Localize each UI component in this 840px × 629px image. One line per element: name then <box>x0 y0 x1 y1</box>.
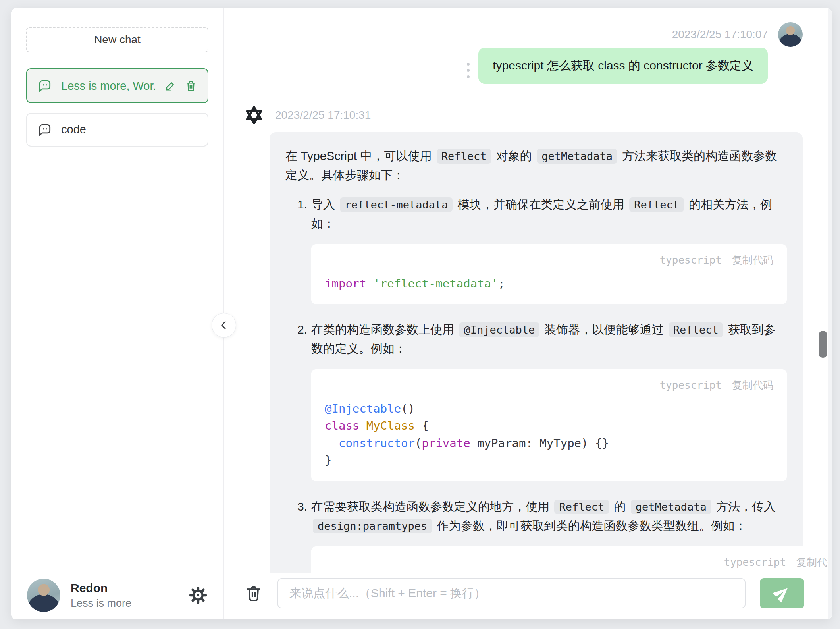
rich-text: 在 TypeScript 中，可以使用 Reflect 对象的 getMetad… <box>285 147 787 185</box>
app-window: New chat Less is more, Wor... <box>11 8 832 619</box>
text-segment: 在类的构造函数参数上使用 <box>311 323 457 336</box>
new-chat-button[interactable]: New chat <box>26 27 208 52</box>
inline-code: design:paramtypes <box>313 519 432 533</box>
text-segment: 作为参数，即可获取到类的构造函数参数类型数组。例如： <box>433 519 746 532</box>
message-timestamp: 2023/2/25 17:10:07 <box>672 28 768 41</box>
sidebar-item-chat-2[interactable]: code <box>26 113 208 147</box>
list-item: 2.在类的构造函数参数上使用 @Injectable 装饰器，以便能够通过 Re… <box>297 320 787 487</box>
code-line: } <box>325 452 773 469</box>
code-line: constructor(private myParam: MyType) {} <box>325 435 773 452</box>
assistant-message: 2023/2/25 17:10:31 在 TypeScript 中，可以使用 R… <box>242 103 803 619</box>
text-segment: 导入 <box>311 198 338 211</box>
code-language-label: typescript <box>659 377 722 394</box>
inline-code: getMetadata <box>631 500 711 514</box>
list-item: 1.导入 reflect-metadata 模块，并确保在类定义之前使用 Ref… <box>297 195 787 310</box>
sidebar: New chat Less is more, Wor... <box>11 8 224 619</box>
text-segment: 的 <box>611 500 629 513</box>
copy-code-button[interactable]: 复制代码 <box>796 554 832 571</box>
code-line: class MyClass { <box>325 417 773 435</box>
text-segment: 对象的 <box>493 149 536 162</box>
message-timestamp: 2023/2/25 17:10:31 <box>275 109 371 122</box>
openai-logo-icon <box>242 103 266 127</box>
sidebar-user-panel: Redon Less is more <box>11 573 223 619</box>
message-menu-button[interactable] <box>467 63 470 78</box>
chat-title: Less is more, Wor... <box>61 79 155 93</box>
assistant-message-bubble: 在 TypeScript 中，可以使用 Reflect 对象的 getMetad… <box>270 132 803 619</box>
rich-text: 导入 reflect-metadata 模块，并确保在类定义之前使用 Refle… <box>311 195 787 233</box>
copy-code-button[interactable]: 复制代码 <box>732 377 773 394</box>
code-block-header: typescript复制代码 <box>325 377 773 394</box>
chat-bubble-icon <box>37 122 52 137</box>
edit-chat-icon[interactable] <box>164 79 177 92</box>
copy-code-button[interactable]: 复制代码 <box>732 252 773 269</box>
chevron-left-icon <box>219 320 229 330</box>
user-avatar <box>778 22 803 47</box>
message-input[interactable] <box>277 578 746 608</box>
inline-code: Reflect <box>554 500 609 514</box>
inline-code: Reflect <box>629 197 684 212</box>
settings-button[interactable] <box>189 586 208 605</box>
chat-bubble-icon <box>37 78 52 93</box>
gear-icon <box>189 586 208 605</box>
trash-icon <box>244 584 263 603</box>
sidebar-item-chat-1[interactable]: Less is more, Wor... <box>26 68 208 103</box>
code-line: @Injectable() <box>325 400 773 418</box>
text-segment: 在 TypeScript 中，可以使用 <box>285 149 435 162</box>
rich-text: 在类的构造函数参数上使用 @Injectable 装饰器，以便能够通过 Refl… <box>311 320 787 358</box>
inline-code: @Injectable <box>459 322 539 337</box>
text-segment: 在需要获取类构造函数参数定义的地方，使用 <box>311 500 553 513</box>
text-segment: 模块，并确保在类定义之前使用 <box>454 198 628 211</box>
inline-code: getMetadata <box>537 149 617 164</box>
code-content: import 'reflect-metadata'; <box>325 275 773 293</box>
paper-plane-icon <box>770 581 794 605</box>
code-line: import 'reflect-metadata'; <box>325 275 773 293</box>
user-name: Redon <box>71 581 131 595</box>
user-message: 2023/2/25 17:10:07 typescript 怎么获取 class… <box>242 22 803 84</box>
text-segment: 装饰器，以便能够通过 <box>541 323 667 336</box>
user-avatar <box>27 579 60 612</box>
inline-code: reflect-metadata <box>340 197 453 212</box>
chat-title: code <box>61 123 197 136</box>
paragraph: 在 TypeScript 中，可以使用 Reflect 对象的 getMetad… <box>285 147 787 185</box>
scrollbar-thumb[interactable] <box>819 331 827 358</box>
code-block: typescript复制代码import 'reflect-metadata'; <box>311 244 787 304</box>
send-button[interactable] <box>760 578 804 608</box>
list-item-body: 导入 reflect-metadata 模块，并确保在类定义之前使用 Refle… <box>311 195 787 310</box>
list-item-body: 在类的构造函数参数上使用 @Injectable 装饰器，以便能够通过 Refl… <box>311 320 787 487</box>
code-language-label: typescript <box>724 554 786 571</box>
code-block-header: typescript复制代码 <box>325 252 773 269</box>
code-content: @Injectable()class MyClass { constructor… <box>325 400 773 469</box>
rich-text: 在需要获取类构造函数参数定义的地方，使用 Reflect 的 getMetada… <box>311 497 832 535</box>
delete-chat-icon[interactable] <box>185 79 197 92</box>
list-item-number: 2. <box>297 320 307 487</box>
clear-chat-button[interactable] <box>244 584 263 603</box>
user-subtitle: Less is more <box>71 597 131 610</box>
code-block: typescript复制代码@Injectable()class MyClass… <box>311 369 787 481</box>
inline-code: Reflect <box>669 322 723 337</box>
text-segment: 方法，传入 <box>713 500 776 513</box>
user-message-bubble: typescript 怎么获取 class 的 constructor 参数定义 <box>478 48 768 84</box>
chat-panel: 2023/2/25 17:10:07 typescript 怎么获取 class… <box>224 8 832 619</box>
code-block-header: typescript复制代码 <box>325 554 832 571</box>
message-list: 2023/2/25 17:10:07 typescript 怎么获取 class… <box>224 8 832 619</box>
inline-code: Reflect <box>437 149 491 164</box>
composer-bar <box>224 573 832 619</box>
collapse-sidebar-button[interactable] <box>212 313 236 338</box>
scrollbar-track[interactable] <box>828 8 832 619</box>
code-language-label: typescript <box>659 252 722 269</box>
list-item-number: 1. <box>297 195 307 310</box>
